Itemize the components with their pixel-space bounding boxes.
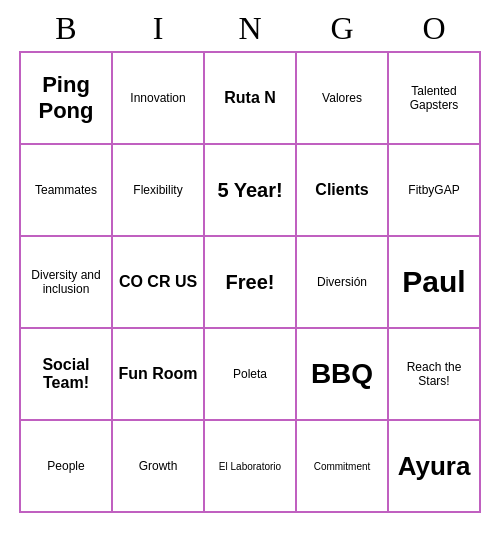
cell-10: Diversity and inclusion [21,237,113,329]
cell-4: Talented Gapsters [389,53,481,145]
header-b: B [20,10,112,47]
cell-18: BBQ [297,329,389,421]
cell-0: Ping Pong [21,53,113,145]
cell-14: Paul [389,237,481,329]
cell-3: Valores [297,53,389,145]
bingo-grid: Ping Pong Innovation Ruta N Valores Tale… [19,51,481,513]
cell-23: Commitment [297,421,389,513]
cell-9: FitbyGAP [389,145,481,237]
cell-12-free: Free! [205,237,297,329]
cell-8: Clients [297,145,389,237]
cell-11: CO CR US [113,237,205,329]
cell-15: Social Team! [21,329,113,421]
cell-16: Fun Room [113,329,205,421]
cell-7: 5 Year! [205,145,297,237]
cell-5: Teammates [21,145,113,237]
cell-2: Ruta N [205,53,297,145]
cell-24: Ayura [389,421,481,513]
cell-1: Innovation [113,53,205,145]
cell-22: El Laboratorio [205,421,297,513]
header-n: N [204,10,296,47]
cell-17: Poleta [205,329,297,421]
header-i: I [112,10,204,47]
cell-21: Growth [113,421,205,513]
header-o: O [388,10,480,47]
cell-13: Diversión [297,237,389,329]
cell-19: Reach the Stars! [389,329,481,421]
cell-6: Flexibility [113,145,205,237]
bingo-header: B I N G O [20,10,480,47]
header-g: G [296,10,388,47]
cell-20: People [21,421,113,513]
